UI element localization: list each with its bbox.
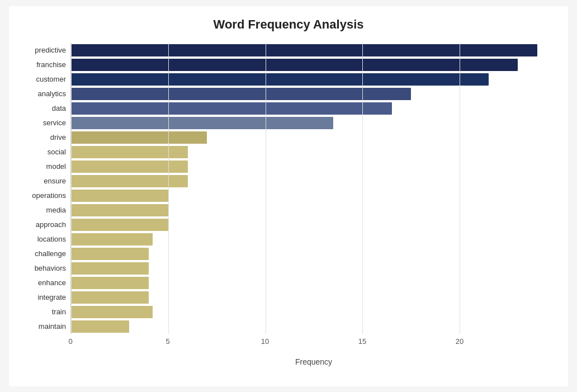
- x-axis: Frequency 05101520: [70, 334, 557, 351]
- y-label: behaviors: [35, 265, 66, 272]
- bar-row: [71, 159, 557, 174]
- bar: [71, 306, 153, 318]
- bar-row: [71, 319, 557, 334]
- chart-area: predictivefranchisecustomeranalyticsdata…: [20, 43, 557, 351]
- bar-row: [71, 72, 557, 87]
- bar: [71, 59, 518, 71]
- bar: [71, 175, 188, 187]
- y-label: analytics: [37, 90, 66, 97]
- bar-row: [71, 290, 557, 305]
- bar-row: [71, 58, 557, 72]
- y-label: approach: [36, 221, 66, 228]
- bar: [71, 102, 392, 115]
- bar-row: [71, 174, 557, 188]
- x-tick: 5: [165, 337, 169, 346]
- bar-row: [71, 218, 557, 232]
- bar: [71, 262, 149, 275]
- y-label: train: [52, 308, 66, 315]
- bar-row: [71, 247, 557, 261]
- bar: [71, 233, 153, 245]
- y-label: predictive: [35, 46, 66, 54]
- bar-row: [71, 305, 557, 319]
- bar-row: [71, 261, 557, 276]
- bars-and-xaxis: Frequency 05101520: [70, 43, 557, 351]
- bar-row: [71, 101, 557, 116]
- bar-row: [71, 43, 557, 58]
- bar: [71, 160, 188, 173]
- bar: [71, 131, 207, 144]
- bar-row: [71, 203, 557, 218]
- bar: [71, 88, 411, 100]
- bar-row: [71, 145, 557, 159]
- x-axis-label: Frequency: [295, 357, 332, 366]
- y-label: ensure: [44, 177, 66, 185]
- x-tick: 10: [261, 337, 269, 346]
- bar: [71, 190, 168, 202]
- bar-row: [71, 116, 557, 130]
- y-label: maintain: [39, 323, 66, 330]
- y-label: enhance: [38, 279, 66, 286]
- y-label: model: [46, 163, 66, 170]
- y-labels: predictivefranchisecustomeranalyticsdata…: [20, 43, 70, 351]
- y-label: operations: [32, 192, 66, 199]
- y-label: challenge: [35, 250, 66, 257]
- bar-row: [71, 130, 557, 145]
- y-label: social: [48, 148, 66, 155]
- y-label: franchise: [36, 61, 66, 68]
- y-label: media: [46, 206, 66, 214]
- bar: [71, 277, 149, 289]
- bar: [71, 117, 333, 129]
- y-label: customer: [36, 75, 66, 83]
- bar: [71, 320, 129, 333]
- chart-title: Word Frequency Analysis: [20, 17, 557, 32]
- chart-container: Word Frequency Analysis predictivefranch…: [9, 6, 568, 386]
- bar: [71, 291, 149, 304]
- bar-row: [71, 87, 557, 101]
- bar-row: [71, 232, 557, 247]
- bar-row: [71, 188, 557, 203]
- bar: [71, 73, 489, 86]
- y-label: service: [43, 119, 66, 126]
- bar: [71, 146, 188, 158]
- bars-area: [70, 43, 557, 334]
- x-tick: 0: [68, 337, 72, 346]
- y-label: drive: [50, 134, 66, 141]
- bar: [71, 219, 168, 231]
- x-tick: 20: [456, 337, 464, 346]
- bar: [71, 248, 149, 260]
- bar-row: [71, 276, 557, 290]
- y-label: integrate: [37, 294, 66, 301]
- bar: [71, 204, 168, 216]
- x-tick: 15: [358, 337, 366, 346]
- y-label: locations: [37, 235, 66, 243]
- y-label: data: [52, 105, 66, 112]
- bar: [71, 44, 537, 56]
